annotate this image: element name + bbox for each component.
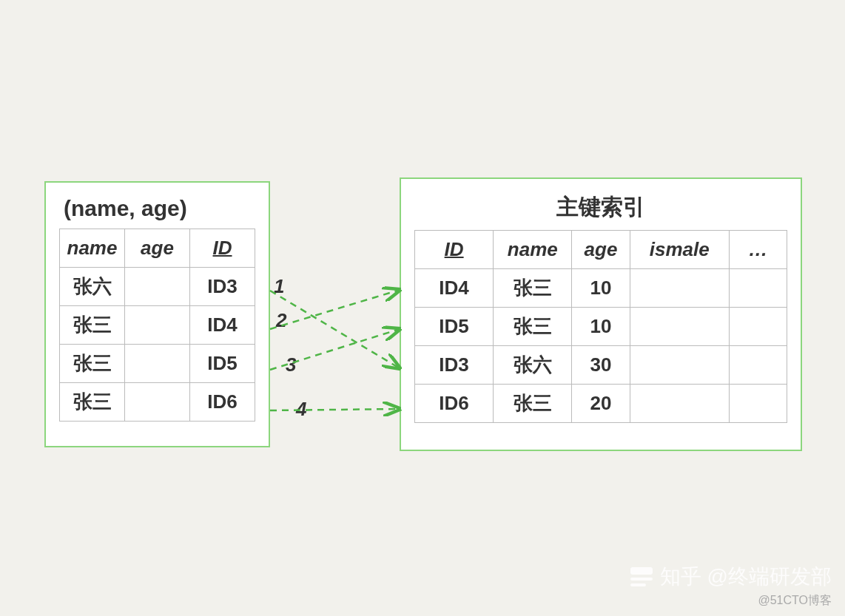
table-row: ID3 张六 30 [415,346,787,385]
arrow-label-3: 3 [286,353,296,376]
cell-name: 张三 [60,383,125,422]
cell-ismale [630,308,729,346]
table-row: 张六 ID3 [60,268,255,306]
cell-more [729,308,787,346]
arrow-4 [270,409,400,410]
cell-ismale [630,269,729,308]
cell-age [125,306,190,345]
table-row: ID4 张三 10 [415,269,787,308]
arrow-2 [270,290,400,329]
table-row: 张三 ID4 [60,306,255,345]
arrow-label-1: 1 [274,275,284,298]
left-title: (name, age) [59,196,255,221]
arrow-label-4: 4 [296,398,306,421]
cell-age: 20 [572,385,630,423]
table-row: ID5 张三 10 [415,308,787,346]
cell-id: ID3 [415,346,494,385]
watermark-text: 知乎 @终端研发部 [660,563,832,591]
table-header-row: name age ID [60,229,255,268]
primary-key-index-box: 主键索引 ID name age ismale … ID4 张三 10 ID5 … [400,177,802,451]
cell-name: 张三 [60,345,125,383]
cell-name: 张六 [494,346,572,385]
cell-name: 张三 [494,385,572,423]
cell-id: ID6 [190,383,255,422]
secondary-index-table: name age ID 张六 ID3 张三 ID4 张三 ID5 张三 ID6 [59,229,255,422]
col-name: name [60,229,125,268]
watermark-sub: @51CTO博客 [758,593,832,609]
cell-id: ID5 [415,308,494,346]
cell-name: 张六 [60,268,125,306]
watermark-main: 知乎 @终端研发部 [630,563,832,591]
cell-id: ID4 [190,306,255,345]
col-more: … [729,231,787,269]
col-name: name [494,231,572,269]
table-header-row: ID name age ismale … [415,231,787,269]
col-ismale: ismale [630,231,729,269]
cell-id: ID3 [190,268,255,306]
col-id: ID [190,229,255,268]
cell-more [729,385,787,423]
cell-name: 张三 [494,308,572,346]
cell-id: ID5 [190,345,255,383]
cell-ismale [630,385,729,423]
zhihu-icon [630,566,653,588]
cell-age [125,345,190,383]
col-id: ID [415,231,494,269]
cell-name: 张三 [60,306,125,345]
right-title: 主键索引 [414,192,787,223]
cell-age [125,383,190,422]
cell-age [125,268,190,306]
cell-id: ID4 [415,269,494,308]
cell-ismale [630,346,729,385]
secondary-index-box: (name, age) name age ID 张六 ID3 张三 ID4 张三… [44,181,270,447]
table-row: 张三 ID5 [60,345,255,383]
cell-age: 10 [572,308,630,346]
cell-name: 张三 [494,269,572,308]
cell-id: ID6 [415,385,494,423]
table-row: 张三 ID6 [60,383,255,422]
col-age: age [125,229,190,268]
primary-key-index-table: ID name age ismale … ID4 张三 10 ID5 张三 10… [414,230,787,423]
table-row: ID6 张三 20 [415,385,787,423]
cell-more [729,346,787,385]
cell-more [729,269,787,308]
col-age: age [572,231,630,269]
arrow-label-2: 2 [276,309,286,332]
cell-age: 10 [572,269,630,308]
cell-age: 30 [572,346,630,385]
